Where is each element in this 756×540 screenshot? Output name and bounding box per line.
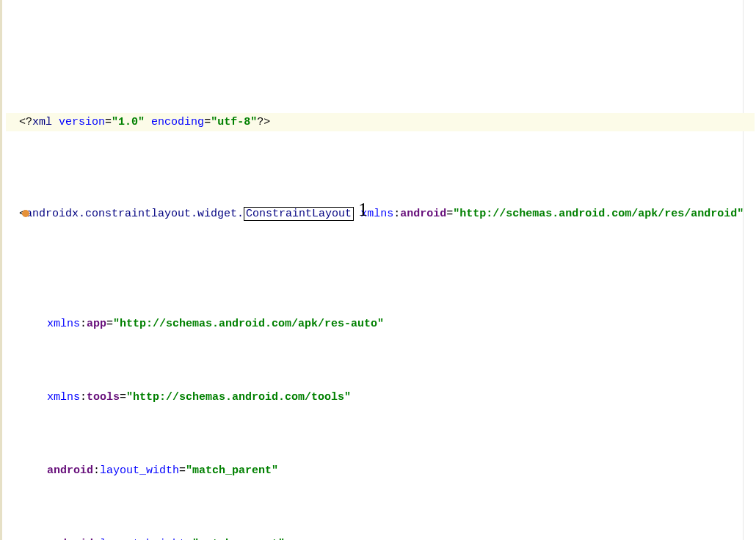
code-line: <?xml version="1.0" encoding="utf-8"?> — [6, 113, 755, 131]
right-margin-guide — [743, 0, 744, 540]
code-line: android:layout_width="match_parent" — [6, 461, 755, 480]
code-line: <androidx.constraintlayout.widget.Constr… — [6, 205, 755, 260]
breakpoint-icon[interactable] — [22, 210, 29, 217]
code-line: xmlns:app="http://schemas.android.com/ap… — [6, 315, 755, 333]
change-marker — [0, 0, 2, 540]
annotation-1: 1 — [358, 200, 368, 219]
code-editor[interactable]: <?xml version="1.0" encoding="utf-8"?> <… — [0, 0, 755, 540]
code-line: xmlns:tools="http://schemas.android.com/… — [6, 388, 755, 406]
code-line: android:layout_height="match_parent" — [6, 535, 755, 540]
boxed-tag: ConstraintLayout — [244, 207, 354, 221]
